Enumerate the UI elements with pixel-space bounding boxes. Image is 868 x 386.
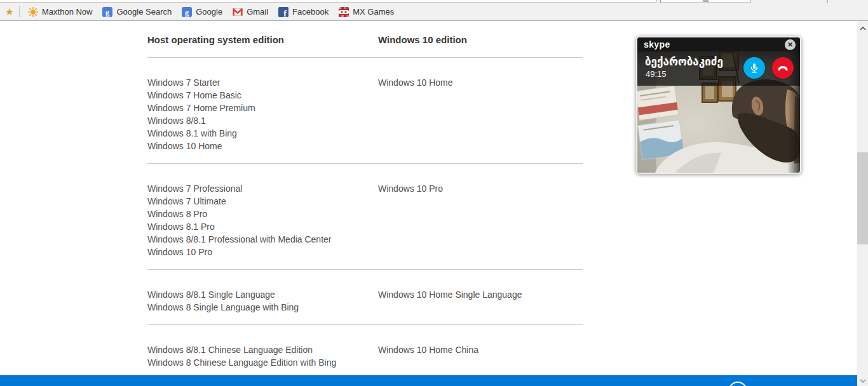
caller-name: ბექარობაკიძე: [645, 55, 723, 68]
mx-games-icon: [339, 7, 349, 17]
google-icon: g: [182, 7, 192, 17]
search-engine-icon: [703, 0, 709, 2]
bookmark-facebook[interactable]: f Facebook: [276, 3, 336, 20]
skype-call-window: skype ✕: [636, 36, 801, 174]
table-header-row: Host operating system edition Windows 10…: [147, 34, 583, 58]
call-timer: 49:15: [646, 69, 667, 79]
scroll-down-arrow-icon[interactable]: [857, 375, 868, 386]
svg-text:g: g: [185, 7, 189, 17]
target-edition: Windows 10 Home Single Language: [378, 288, 583, 301]
host-edition: Windows 7 Ultimate: [147, 195, 378, 208]
host-edition: Windows 8/8.1 Chinese Language Edition: [147, 343, 378, 356]
bookmark-label: Google Search: [116, 7, 172, 17]
target-edition: Windows 10 Home: [378, 76, 583, 89]
close-icon[interactable]: ✕: [785, 39, 796, 50]
table-group-pro: Windows 7 Professional Windows 7 Ultimat…: [147, 164, 583, 270]
table-group-china: Windows 8/8.1 Chinese Language Edition W…: [147, 325, 583, 380]
svg-text:f: f: [283, 8, 287, 17]
bookmark-label: Gmail: [247, 7, 268, 17]
table-group-single-language: Windows 8/8.1 Single Language Windows 8 …: [147, 270, 583, 325]
vertical-scrollbar[interactable]: [857, 21, 868, 386]
sun-icon: [28, 7, 38, 17]
host-edition: Windows 7 Home Basic: [147, 89, 378, 102]
bookmark-label: Maxthon Now: [42, 7, 92, 17]
host-edition: Windows 8 Single Language with Bing: [147, 301, 378, 314]
bookmark-label: Facebook: [292, 7, 329, 17]
host-edition: Windows 8.1 with Bing: [147, 127, 378, 140]
bookmark-mx-games[interactable]: MX Games: [336, 3, 402, 20]
host-edition: Windows 8 Chinese Language Edition with …: [147, 356, 378, 369]
bookmark-maxthon-now[interactable]: Maxthon Now: [25, 3, 100, 20]
skype-video-area: ბექარობაკიძე 49:15: [637, 51, 800, 173]
target-edition: Windows 10 Pro: [378, 182, 583, 195]
header-windows10-edition: Windows 10 edition: [378, 34, 583, 45]
bookmarks-bar: ★ Maxthon Now g Google Search: [0, 3, 868, 21]
gmail-icon: [233, 7, 243, 17]
bookmark-google-search[interactable]: g Google Search: [100, 3, 179, 20]
skype-logo: skype: [644, 38, 670, 51]
host-edition: Windows 7 Starter: [147, 76, 378, 89]
hang-up-icon: [776, 62, 789, 74]
bookmark-google[interactable]: g Google: [179, 3, 230, 20]
table-group-home: Windows 7 Starter Windows 7 Home Basic W…: [147, 58, 583, 164]
host-edition: Windows 8 Pro: [147, 208, 378, 220]
back-to-top-button[interactable]: [728, 382, 747, 386]
host-edition: Windows 10 Home: [147, 140, 378, 152]
microphone-icon: [749, 62, 760, 74]
page-footer-bar: [0, 375, 857, 386]
host-edition: Windows 8/8.1 Professional with Media Ce…: [147, 233, 378, 246]
end-call-button[interactable]: [772, 57, 794, 79]
host-edition: Windows 7 Professional: [147, 182, 378, 195]
host-edition: Windows 8/8.1: [147, 114, 378, 127]
mute-microphone-button[interactable]: [743, 57, 765, 79]
scroll-up-arrow-icon[interactable]: [857, 23, 868, 34]
scrollbar-thumb[interactable]: [857, 152, 868, 244]
target-edition: Windows 10 Home China: [378, 343, 583, 356]
host-edition: Windows 8/8.1 Single Language: [147, 288, 378, 301]
host-edition: Windows 8.1 Pro: [147, 220, 378, 233]
google-icon: g: [102, 7, 112, 17]
favorites-star-icon[interactable]: ★: [0, 6, 19, 18]
bookmark-label: Google: [196, 7, 222, 17]
host-edition: Windows 7 Home Premium: [147, 102, 378, 114]
host-edition: Windows 10 Pro: [147, 246, 378, 258]
skype-window-titlebar[interactable]: skype ✕: [637, 37, 800, 51]
bookmarks-separator: [19, 6, 20, 17]
bookmark-label: MX Games: [353, 7, 394, 17]
edition-comparison-table: Host operating system edition Windows 10…: [147, 34, 583, 380]
header-host-edition: Host operating system edition: [147, 34, 378, 45]
svg-text:g: g: [105, 7, 110, 17]
bookmark-gmail[interactable]: Gmail: [230, 3, 276, 20]
facebook-icon: f: [278, 7, 288, 17]
